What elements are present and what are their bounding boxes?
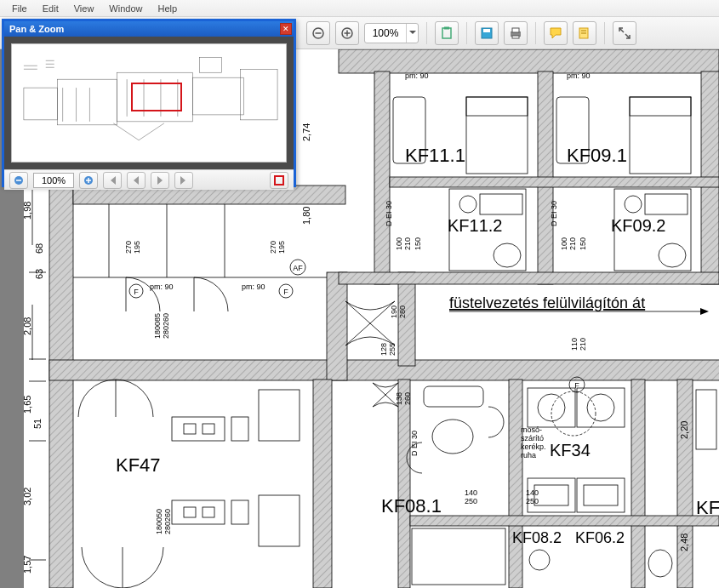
toolbar-sep4 <box>604 22 605 44</box>
menu-help[interactable]: Help <box>151 2 184 15</box>
dim-220: 2,20 <box>679 421 689 439</box>
dim-128: 128 <box>379 343 388 356</box>
dim-dei30a: D EI 30 <box>385 201 393 226</box>
svg-rect-71 <box>259 390 300 441</box>
svg-rect-77 <box>630 97 691 174</box>
dim-248: 2,48 <box>679 534 689 551</box>
dim-198: 1,98 <box>24 202 32 220</box>
pan-zoom-thumbnail[interactable] <box>11 43 287 163</box>
zoom-in-button[interactable] <box>335 21 359 45</box>
pz-first-button[interactable] <box>103 172 122 189</box>
svg-rect-53 <box>410 516 719 526</box>
label-kf11-2: KF11.2 <box>448 216 502 235</box>
dim-280260b: 280260 <box>163 509 172 534</box>
svg-rect-70 <box>231 500 248 524</box>
svg-rect-78 <box>630 97 691 116</box>
dim-302: 3,02 <box>24 488 32 505</box>
pan-zoom-titlebar[interactable]: Pan & Zoom ✕ <box>4 21 294 37</box>
pz-marquee-button[interactable] <box>270 172 288 189</box>
pz-last-button[interactable] <box>174 172 193 189</box>
pz-zoom-input[interactable] <box>33 173 74 188</box>
svg-rect-69 <box>203 507 214 517</box>
zoom-out-button[interactable] <box>306 21 330 45</box>
svg-rect-63 <box>172 417 225 441</box>
comment-button[interactable] <box>544 21 568 45</box>
dim-pm90d: pm: 90 <box>567 71 591 80</box>
dim-270b: 270 <box>269 241 277 254</box>
dim-195a: 195 <box>133 241 141 254</box>
svg-point-80 <box>494 243 521 267</box>
svg-rect-88 <box>424 386 483 407</box>
pz-next-button[interactable] <box>151 172 169 189</box>
svg-point-99 <box>551 391 596 436</box>
zoom-level[interactable] <box>364 23 419 43</box>
svg-rect-64 <box>184 424 196 434</box>
svg-rect-31 <box>398 272 415 366</box>
svg-rect-21 <box>339 49 719 73</box>
dim-63: 63 <box>34 269 44 279</box>
pan-zoom-toolbar <box>4 169 294 190</box>
dim-150b: 150 <box>579 237 587 250</box>
toolbar-sep <box>426 22 427 44</box>
close-icon[interactable]: ✕ <box>280 23 292 35</box>
marker-f2: F <box>283 288 288 296</box>
fullscreen-button[interactable] <box>613 21 636 45</box>
note-l3: kerékp. <box>521 442 546 451</box>
dim-dei30b: D EI 30 <box>550 201 558 226</box>
label-kf34: KF34 <box>550 441 591 460</box>
label-kf06-2: KF06.2 <box>575 529 625 546</box>
menu-edit[interactable]: Edit <box>36 2 66 15</box>
zoom-input[interactable] <box>365 27 406 39</box>
svg-rect-39 <box>390 177 719 187</box>
dim-260: 260 <box>403 392 412 405</box>
svg-rect-37 <box>374 71 390 284</box>
svg-rect-65 <box>203 424 214 434</box>
zoom-dropdown[interactable] <box>406 24 418 43</box>
dim-180085a: 180085 <box>153 313 162 339</box>
menu-file[interactable]: File <box>5 2 34 15</box>
svg-rect-75 <box>466 97 528 116</box>
svg-rect-47 <box>509 380 522 588</box>
dim-250b: 250 <box>526 497 539 505</box>
svg-point-100 <box>648 550 672 577</box>
marker-f: F <box>134 288 139 296</box>
dim-250a: 250 <box>465 497 477 505</box>
pan-zoom-viewport-rect[interactable] <box>131 83 182 111</box>
dim-100a: 100 <box>395 237 403 250</box>
pz-prev-button[interactable] <box>127 172 146 189</box>
label-kf09-1: KF09.1 <box>567 145 627 166</box>
svg-rect-41 <box>339 272 719 284</box>
dim-208: 2,08 <box>24 317 32 335</box>
menu-window[interactable]: Window <box>102 2 149 15</box>
save-button[interactable] <box>475 21 499 45</box>
label-kf-right: KF <box>696 497 719 518</box>
svg-rect-6 <box>444 26 449 29</box>
svg-rect-27 <box>49 360 719 380</box>
label-kf08-1: KF08.1 <box>381 495 442 517</box>
svg-rect-67 <box>172 500 225 524</box>
note-button[interactable] <box>573 21 596 45</box>
svg-rect-29 <box>327 272 347 380</box>
dim-dei30c: D EI 30 <box>410 431 419 456</box>
menu-view[interactable]: View <box>67 2 101 15</box>
label-kf11-1: KF11.1 <box>405 145 465 166</box>
svg-rect-82 <box>480 194 522 214</box>
svg-rect-98 <box>584 485 618 505</box>
dim-110: 110 <box>570 338 579 351</box>
svg-rect-72 <box>259 495 300 546</box>
dim-195b: 195 <box>277 241 286 254</box>
menu-bar: File Edit View Window Help <box>0 0 719 17</box>
clipboard-button[interactable] <box>435 21 459 45</box>
dim-180050: 180050 <box>155 509 163 534</box>
svg-rect-5 <box>442 28 451 38</box>
dim-51: 51 <box>32 419 43 429</box>
dim-274: 2,74 <box>301 123 311 141</box>
pz-zoom-in-button[interactable] <box>79 172 98 189</box>
print-button[interactable] <box>504 21 528 45</box>
dim-210c: 210 <box>579 338 587 351</box>
svg-rect-43 <box>313 380 332 588</box>
toolbar-sep2 <box>466 22 467 44</box>
dim-150a: 150 <box>414 237 422 250</box>
pan-zoom-panel[interactable]: Pan & Zoom ✕ <box>2 19 296 187</box>
pz-zoom-out-button[interactable] <box>9 172 28 189</box>
